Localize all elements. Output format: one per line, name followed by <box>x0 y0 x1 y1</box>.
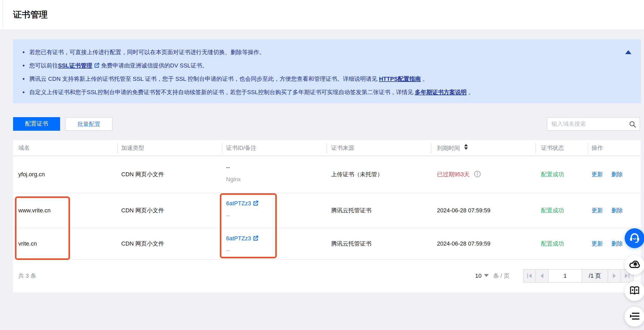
page-header: 证书管理 <box>0 0 644 29</box>
col-header-actions: 操作 <box>591 144 603 152</box>
banner-bullet-3: 腾讯云 CDN 支持将新上传的证书托管至 SSL 证书，您于 SSL 控制台申请… <box>22 72 620 86</box>
page-size-select[interactable]: 10 <box>475 272 489 279</box>
banner-text: 。 <box>421 76 428 82</box>
cell-domain: yfoj.org.cn <box>18 171 45 178</box>
col-header-type: 加速类型 <box>121 144 144 152</box>
pager: /1 页 <box>523 269 634 283</box>
update-link[interactable]: 更新 <box>591 240 603 247</box>
cell-expire: 已过期953天 <box>437 170 481 178</box>
update-link[interactable]: 更新 <box>591 207 603 214</box>
domain-search-input[interactable] <box>551 118 625 130</box>
open-book-icon <box>629 285 640 297</box>
cell-type: CDN 网页小文件 <box>121 240 164 248</box>
banner-text: 。 <box>467 89 474 95</box>
ssl-manage-link[interactable]: SSL证书管理 <box>58 62 92 69</box>
cell-actions: 更新 删除 <box>591 207 623 214</box>
col-header-status: 证书状态 <box>541 144 564 152</box>
page-title: 证书管理 <box>13 0 48 29</box>
table-row: vrite.cn CDN 网页小文件 6atPTZz3 -- 腾讯云托管证书 2… <box>13 228 641 260</box>
delete-link[interactable]: 删除 <box>611 207 623 214</box>
banner-bullet-2: 您可以前往SSL证书管理免费申请由亚洲诚信提供的DV SSL证书。 <box>22 59 620 72</box>
page-number-cell <box>549 269 582 283</box>
cell-expire: 2024-06-28 07:59:59 <box>437 207 490 214</box>
chevron-down-icon <box>484 274 489 277</box>
table-row: yfoj.org.cn CDN 网页小文件 -- Nginx 上传证书（未托管）… <box>13 156 641 193</box>
cert-note-value: -- <box>226 247 230 254</box>
col-header-cert-id: 证书ID/备注 <box>226 144 256 152</box>
banner-bullet-4: 自定义上传证书和您于SSL控制台申请的免费证书暂不支持自动续签新的证书，若您于S… <box>22 86 620 99</box>
cell-expire: 2024-06-28 07:59:59 <box>437 240 490 247</box>
first-page-button[interactable] <box>523 269 536 283</box>
https-guide-link[interactable]: HTTPS配置指南 <box>379 76 421 82</box>
expire-text: 已过期953天 <box>437 171 470 178</box>
cell-actions: 更新 删除 <box>591 240 623 248</box>
total-count-label: 共 3 条 <box>18 272 36 280</box>
banner-text: 自定义上传证书和您于SSL控制台申请的免费证书暂不支持自动续签新的证书，若您于S… <box>29 89 415 95</box>
banner-text: 腾讯云 CDN 支持将新上传的证书托管至 SSL 证书，您于 SSL 控制台申请… <box>29 76 379 82</box>
cell-domain: www.vrite.cn <box>18 207 50 214</box>
page-unit-label: 条 / 页 <box>493 272 509 280</box>
configure-cert-button[interactable]: 配置证书 <box>13 117 60 131</box>
cert-table: 域名 加速类型 证书ID/备注 证书来源 到期时间 证书状态 操作 yfoj.o… <box>13 140 641 293</box>
col-header-source: 证书来源 <box>331 144 354 152</box>
col-header-expire-label: 到期时间 <box>437 145 460 151</box>
col-header-expire: 到期时间 <box>437 144 468 152</box>
banner-text: 免费申请由亚洲诚信提供的DV SSL证书。 <box>101 62 208 69</box>
banner-bullet-1: 若您已有证书，可直接上传进行配置，同时可以在本页面对证书进行无缝切换、删除等操作… <box>22 45 620 59</box>
page-count-label: /1 页 <box>582 269 608 283</box>
multi-year-plan-link[interactable]: 多年期证书方案说明 <box>415 89 467 95</box>
cell-status: 配置成功 <box>541 170 564 178</box>
table-footer: 共 3 条 10 条 / 页 /1 页 <box>13 260 641 292</box>
cert-id-link[interactable]: 6atPTZz3 <box>226 200 260 207</box>
cert-note-value: -- <box>226 212 230 219</box>
banner-collapse-icon[interactable] <box>625 50 631 54</box>
col-header-domain: 域名 <box>18 144 30 152</box>
customer-service-button[interactable] <box>625 228 644 248</box>
delete-link[interactable]: 删除 <box>611 171 623 178</box>
search-icon[interactable] <box>629 120 636 128</box>
cloud-notification-button[interactable] <box>625 255 644 275</box>
info-icon[interactable] <box>474 170 481 178</box>
certificate-management-page: 证书管理 若您已有证书，可直接上传进行配置，同时可以在本页面对证书进行无缝切换、… <box>0 0 644 330</box>
info-banner: 若您已有证书，可直接上传进行配置，同时可以在本页面对证书进行无缝切换、删除等操作… <box>13 39 641 103</box>
cell-type: CDN 网页小文件 <box>121 207 164 214</box>
domain-search-box <box>547 117 640 131</box>
cert-id-value: -- <box>226 164 230 171</box>
documentation-button[interactable] <box>625 281 644 301</box>
menu-list-button[interactable] <box>625 307 644 327</box>
cell-source: 上传证书（未托管） <box>331 170 383 178</box>
table-header-row: 域名 加速类型 证书ID/备注 证书来源 到期时间 证书状态 操作 <box>13 140 641 156</box>
cert-id-link[interactable]: 6atPTZz3 <box>226 235 260 242</box>
left-edge-divider <box>3 0 3 29</box>
batch-configure-button[interactable]: 批量配置 <box>65 117 113 131</box>
delete-link[interactable]: 删除 <box>611 240 623 247</box>
prev-page-button[interactable] <box>536 269 549 283</box>
cell-source: 腾讯云托管证书 <box>331 240 371 248</box>
sort-icon[interactable] <box>464 144 468 150</box>
headset-icon <box>629 232 640 244</box>
table-row: www.vrite.cn CDN 网页小文件 6atPTZz3 -- 腾讯云托管… <box>13 193 641 228</box>
cell-domain: vrite.cn <box>18 240 37 247</box>
next-page-button[interactable] <box>608 269 621 283</box>
cell-source: 腾讯云托管证书 <box>331 207 371 214</box>
cell-type: CDN 网页小文件 <box>121 170 164 178</box>
external-link-icon <box>253 235 258 241</box>
external-link-icon <box>94 60 100 65</box>
cell-status: 配置成功 <box>541 207 564 214</box>
external-link-icon <box>253 200 258 206</box>
banner-text: 若您已有证书，可直接上传进行配置，同时可以在本页面对证书进行无缝切换、删除等操作… <box>29 49 265 55</box>
cert-note-value: Nginx <box>226 176 241 183</box>
cell-actions: 更新 删除 <box>591 170 623 178</box>
cloud-bell-icon <box>629 259 640 271</box>
indent-list-icon <box>629 310 640 323</box>
banner-text: 您可以前往 <box>29 62 58 69</box>
page-number-input[interactable] <box>549 272 582 279</box>
cell-status: 配置成功 <box>541 240 564 248</box>
update-link[interactable]: 更新 <box>591 171 603 178</box>
